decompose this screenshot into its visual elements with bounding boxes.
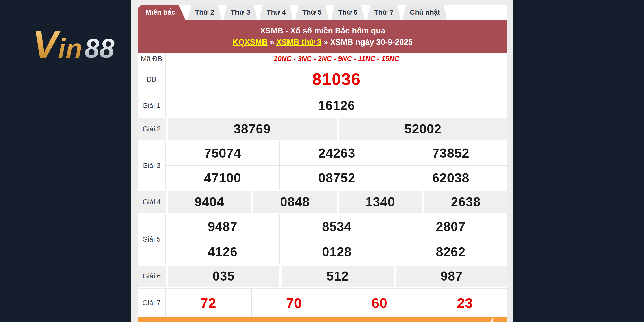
row-giai-2: Giải 2 38769 52002 bbox=[138, 117, 507, 141]
logo-text-gold: Vin bbox=[32, 23, 82, 66]
giai1-value: 16126 bbox=[318, 98, 355, 113]
giai3-value: 08752 bbox=[318, 171, 355, 185]
giai4-value: 9404 bbox=[194, 194, 224, 209]
tab-thu-3[interactable]: Thứ 3 bbox=[224, 5, 257, 20]
tab-thu-5[interactable]: Thứ 5 bbox=[295, 5, 329, 20]
results-table: Mã ĐB 10NC - 3NC - 2NC - 9NC - 11NC - 15… bbox=[138, 53, 507, 317]
giai5-value: 0128 bbox=[322, 244, 352, 259]
giai4-value: 2638 bbox=[451, 194, 481, 209]
banner-title: XSMB - Xổ số miền Bắc hôm qua bbox=[138, 26, 507, 36]
giai5-value: 8262 bbox=[436, 244, 465, 259]
giai3-value: 75074 bbox=[204, 146, 241, 161]
giai5-value: 2807 bbox=[436, 219, 465, 234]
row-giai-3: Giải 3 75074 24263 73852 47100 08752 620… bbox=[138, 141, 507, 190]
giai7-value: 72 bbox=[200, 295, 216, 311]
giai6-value: 987 bbox=[440, 269, 463, 284]
region-tabbar: Miền bắc Thứ 2 Thứ 3 Thứ 4 Thứ 5 Thứ 6 T… bbox=[138, 5, 507, 20]
giai5-value: 9487 bbox=[208, 219, 238, 234]
tab-thu-2[interactable]: Thứ 2 bbox=[188, 5, 222, 20]
row-giai-7: Giải 7 72 70 60 23 bbox=[138, 288, 507, 317]
tab-thu-7[interactable]: Thứ 7 bbox=[367, 5, 401, 20]
giai3-value: 24263 bbox=[318, 146, 355, 161]
breadcrumb-link-xsmb-thu3[interactable]: XSMB thứ 3 bbox=[276, 38, 321, 47]
row-giai-5: Giải 5 9487 8534 2807 4126 0128 8262 bbox=[138, 214, 507, 264]
breadcrumb-separator: » bbox=[321, 38, 330, 47]
results-content: Miền bắc Thứ 2 Thứ 3 Thứ 4 Thứ 5 Thứ 6 T… bbox=[138, 5, 507, 322]
row-label: Mã ĐB bbox=[138, 53, 166, 65]
breadcrumb-link-kqxsmb[interactable]: KQXSMB bbox=[233, 38, 268, 47]
row-label: Giải 7 bbox=[138, 289, 166, 317]
giai2-value: 52002 bbox=[404, 122, 442, 137]
row-label: ĐB bbox=[138, 65, 166, 94]
results-banner: XSMB - Xổ số miền Bắc hôm qua KQXSMB»XSM… bbox=[138, 20, 507, 53]
giai3-value: 62038 bbox=[432, 171, 469, 185]
giai5-value: 8534 bbox=[322, 219, 352, 234]
ma-db-value: 10NC - 3NC - 2NC - 9NC - 11NC - 15NC bbox=[166, 53, 507, 65]
row-label: Giải 5 bbox=[138, 214, 166, 264]
giai6-value: 035 bbox=[213, 269, 235, 284]
tab-chu-nhat[interactable]: Chủ nhật bbox=[403, 5, 447, 20]
row-label: Giải 3 bbox=[138, 141, 166, 190]
giai3-value: 47100 bbox=[204, 171, 241, 185]
row-label: Giải 6 bbox=[138, 266, 166, 287]
breadcrumb-separator: » bbox=[268, 38, 276, 47]
row-label: Giải 4 bbox=[138, 191, 166, 213]
giai5-value: 4126 bbox=[208, 244, 238, 259]
breadcrumb: KQXSMB»XSMB thứ 3»XSMB ngày 30-9-2025 bbox=[138, 38, 507, 47]
giai4-value: 0848 bbox=[280, 194, 310, 209]
row-giai-6: Giải 6 035 512 987 bbox=[138, 264, 507, 288]
row-giai-4: Giải 4 9404 0848 1340 2638 bbox=[138, 190, 507, 214]
row-ma-db: Mã ĐB 10NC - 3NC - 2NC - 9NC - 11NC - 15… bbox=[138, 53, 507, 65]
tab-thu-4[interactable]: Thứ 4 bbox=[259, 5, 293, 20]
row-label: Giải 2 bbox=[138, 118, 166, 140]
giai4-value: 1340 bbox=[366, 194, 395, 209]
orange-bar-glyph bbox=[489, 318, 494, 322]
giai2-value: 38769 bbox=[234, 122, 271, 137]
giai3-value: 73852 bbox=[432, 146, 469, 161]
giai6-value: 512 bbox=[326, 269, 349, 284]
giai7-value: 70 bbox=[286, 295, 302, 311]
logo-text-silver: 88 bbox=[84, 33, 115, 64]
tab-mien-bac[interactable]: Miền bắc bbox=[138, 5, 186, 20]
giai7-value: 60 bbox=[371, 295, 387, 311]
breadcrumb-current: XSMB ngày 30-9-2025 bbox=[330, 38, 412, 47]
page-background: Vin88 Miền bắc Thứ 2 Thứ 3 Thứ 4 Thứ 5 T… bbox=[0, 0, 644, 322]
dac-biet-value: 81036 bbox=[166, 65, 507, 94]
orange-footer-bar bbox=[138, 317, 507, 322]
giai7-value: 23 bbox=[457, 295, 473, 311]
vin88-logo[interactable]: Vin88 bbox=[32, 23, 115, 66]
row-giai-1: Giải 1 16126 bbox=[138, 94, 507, 117]
row-dac-biet: ĐB 81036 bbox=[138, 65, 507, 94]
row-label: Giải 1 bbox=[138, 94, 166, 117]
results-panel: Miền bắc Thứ 2 Thứ 3 Thứ 4 Thứ 5 Thứ 6 T… bbox=[131, 0, 513, 322]
tab-thu-6[interactable]: Thứ 6 bbox=[331, 5, 365, 20]
